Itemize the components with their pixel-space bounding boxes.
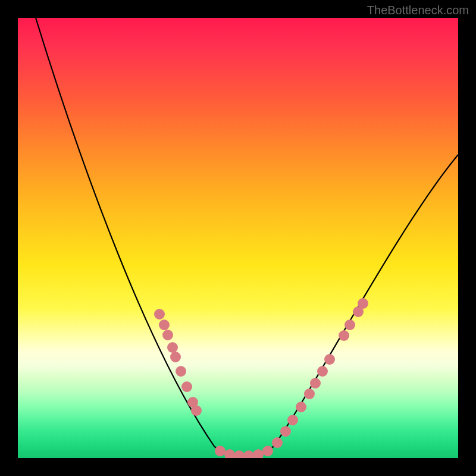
chart-svg	[18, 18, 458, 458]
data-marker	[162, 330, 173, 340]
data-marker	[215, 446, 226, 456]
data-marker	[304, 389, 315, 399]
data-marker	[287, 415, 298, 425]
data-marker	[296, 402, 306, 412]
data-marker	[339, 330, 349, 341]
data-marker	[243, 450, 254, 458]
data-marker	[262, 446, 273, 456]
bottleneck-curve	[36, 18, 458, 455]
data-marker	[317, 366, 328, 377]
data-marker	[310, 378, 321, 389]
data-marker	[324, 354, 335, 365]
data-marker	[224, 449, 235, 458]
data-marker	[170, 352, 181, 362]
data-marker	[234, 450, 245, 458]
data-marker	[191, 405, 202, 416]
watermark-text: TheBottleneck.com	[367, 4, 469, 17]
data-marker	[154, 309, 165, 320]
data-marker	[345, 320, 355, 330]
plot-area	[18, 18, 458, 458]
data-marker	[181, 381, 192, 392]
data-marker	[272, 437, 283, 448]
data-marker	[358, 298, 368, 309]
data-marker	[159, 320, 170, 330]
data-marker	[253, 449, 264, 458]
data-marker	[167, 342, 178, 353]
data-marker	[176, 366, 186, 377]
marker-group	[154, 298, 368, 458]
data-marker	[280, 426, 291, 437]
